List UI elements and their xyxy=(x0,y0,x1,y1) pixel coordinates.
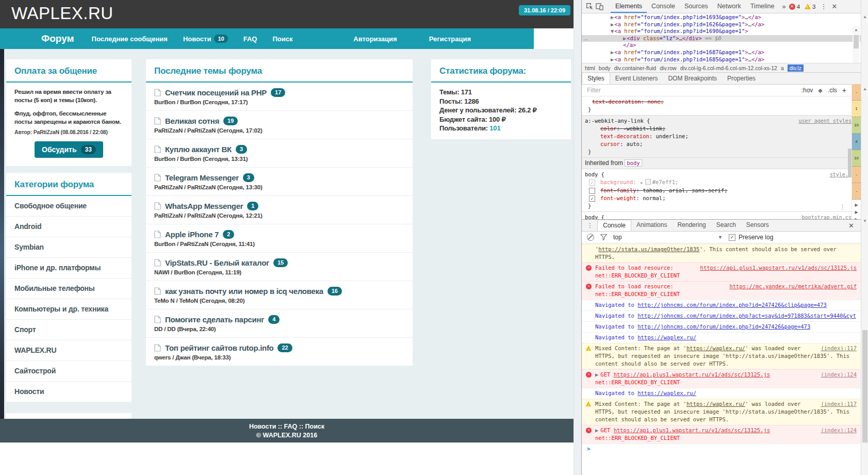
console-source-link[interactable]: (index):124 xyxy=(821,427,857,434)
topic-title[interactable]: VipStats.RU - Белый каталог xyxy=(165,258,269,267)
topic-row[interactable]: VipStats.RU - Белый каталог15NAWI / BurB… xyxy=(146,252,413,281)
nav-item-FAQ[interactable]: FAQ xyxy=(243,35,257,43)
sidebar-tab-styles[interactable]: Styles xyxy=(582,73,610,84)
topic-row[interactable]: Apple iPhone 72BurBon / PaRtiZzaN (Сегод… xyxy=(146,224,413,252)
close-devtools-icon[interactable]: ✕ xyxy=(832,3,838,10)
stats-value[interactable]: 101 xyxy=(489,124,500,132)
error-count-badge[interactable]: ✕ 4 xyxy=(789,4,800,10)
declaration-checkbox[interactable]: ✓ xyxy=(589,195,595,202)
breadcrumb-item[interactable]: a xyxy=(781,65,784,71)
category-item[interactable]: Компьютеры и др. техника xyxy=(6,299,132,319)
nav-item-Регистрация[interactable]: Регистрация xyxy=(429,35,471,43)
scrollbar-thumb[interactable] xyxy=(854,35,859,48)
console-link[interactable]: http://stata.us/imageOther/1835 xyxy=(598,246,699,252)
category-item[interactable]: Мобильные телефоны xyxy=(6,278,132,299)
topic-row[interactable]: Помогите сделать парсинг4DD / DD (Вчера,… xyxy=(146,309,413,337)
drawer-tab-console[interactable]: Console xyxy=(597,220,631,231)
sidebar-tab-properties[interactable]: Properties xyxy=(722,73,761,84)
dom-node-line[interactable]: ▼<a href="forum/index.php?id=1690&page=1… xyxy=(582,28,868,35)
drawer-tab-rendering[interactable]: Rendering xyxy=(672,220,711,231)
console-link[interactable]: http://johncms.com/forum/index.php?act=s… xyxy=(637,313,856,319)
pseudo-state-icon[interactable]: ◆ xyxy=(818,87,822,94)
topic-title[interactable]: Топ рейтинг сайтов rutop.info xyxy=(165,343,273,352)
console-source-link[interactable]: (index):117 xyxy=(821,400,857,408)
preserve-log-checkbox[interactable]: ✓ xyxy=(729,234,735,241)
more-tabs-icon[interactable]: » xyxy=(779,3,789,10)
dom-node-line[interactable]: …▶<div class="lz">…</div> == $0 xyxy=(582,35,868,42)
new-style-rule-icon[interactable]: + xyxy=(842,86,846,94)
declaration-checkbox[interactable] xyxy=(589,188,595,194)
tab-network[interactable]: Network xyxy=(713,0,746,13)
topic-title[interactable]: Куплю аккаунт ВК xyxy=(165,145,232,154)
tab-timeline[interactable]: Timeline xyxy=(746,0,779,13)
dom-node-line[interactable]: ▶<a href="forum/index.php?id=1685&page=1… xyxy=(582,56,868,63)
nav-item-Форум[interactable]: Форум xyxy=(41,33,74,44)
topic-title[interactable]: WhatsApp Messenger xyxy=(165,202,243,210)
sidebar-tab-event-listeners[interactable]: Event Listeners xyxy=(610,73,663,84)
category-item[interactable]: Android xyxy=(6,216,132,237)
topic-row[interactable]: Счетчик посещений на PHP17BurBon / BurBo… xyxy=(146,83,413,110)
breadcrumb-item[interactable]: div.lz xyxy=(788,64,804,72)
drawer-tab-search[interactable]: Search xyxy=(711,220,741,231)
category-item[interactable]: Спорт xyxy=(6,319,132,340)
category-item[interactable]: iPhone и др. платформы xyxy=(6,257,132,278)
drawer-tab-animations[interactable]: Animations xyxy=(631,220,672,231)
declaration-checkbox[interactable]: ✓ xyxy=(589,179,595,186)
scroll-up-icon[interactable]: ▲ xyxy=(863,87,867,91)
topic-row[interactable]: Куплю аккаунт ВК3BurBon / BurBon (Сегодн… xyxy=(146,139,413,167)
css-declaration[interactable]: color: -webkit-link; xyxy=(585,125,847,133)
disclosure-arrow-icon[interactable]: ▶ xyxy=(595,371,598,378)
elements-scrollbar[interactable]: ▲ xyxy=(853,26,860,63)
topic-row[interactable]: как узнать почту или номер в icq человек… xyxy=(146,281,413,309)
console-link[interactable]: https://waplex.ru/ xyxy=(686,401,745,407)
nav-item-Последние сообщения[interactable]: Последние сообщения xyxy=(92,35,168,43)
failed-request-link[interactable]: https://mc.yandex.ru/metrika/advert.gif xyxy=(729,283,857,290)
scroll-up-icon[interactable]: ▲ xyxy=(853,26,860,34)
devtools-scrollbar[interactable]: ▲ ▲ ▼ xyxy=(861,0,868,475)
css-declaration[interactable]: text-decoration: underline; xyxy=(585,133,847,140)
node-options-icon[interactable]: … xyxy=(584,35,587,42)
css-declaration[interactable]: ✓background: ▶#e7eff1; xyxy=(585,178,847,187)
breadcrumb-item[interactable]: div.row xyxy=(660,65,676,71)
execution-context-selector[interactable]: top ▼ xyxy=(613,234,723,241)
overflow-menu-icon[interactable]: ⋮ xyxy=(821,3,827,10)
disclosure-arrow-icon[interactable]: ▶ xyxy=(611,56,614,62)
warning-count-badge[interactable]: ! 3 xyxy=(805,4,815,10)
console-link[interactable]: https://waplex.ru/ xyxy=(686,345,745,351)
device-toolbar-icon[interactable] xyxy=(596,2,603,11)
css-declaration[interactable]: cursor: auto; xyxy=(585,140,847,148)
shorthand-expand-icon[interactable]: ▶ xyxy=(641,181,643,185)
dom-node-line[interactable]: ▶<a href="forum/index.php?id=1687&page=1… xyxy=(582,49,868,56)
inspect-element-icon[interactable] xyxy=(586,2,594,11)
breadcrumb-item[interactable]: body xyxy=(599,65,611,71)
failed-request-link[interactable]: https://api.plus1.wapstart.ru/v1/ads/sc/… xyxy=(700,264,857,272)
css-declaration[interactable]: ✓font-weight: normal; xyxy=(585,194,847,202)
topic-title[interactable]: Apple iPhone 7 xyxy=(165,230,219,239)
disclosure-arrow-icon[interactable]: ▶ xyxy=(595,427,598,433)
breadcrumb-item[interactable]: div.col-lg-6.col-md-6.col-sm-12.col-xs-1… xyxy=(680,65,777,71)
drawer-menu-icon[interactable]: ⋮ xyxy=(587,222,593,229)
site-logo[interactable]: WAPLEX.RU xyxy=(11,4,113,23)
styles-filter-input[interactable] xyxy=(586,86,691,94)
topic-title[interactable]: Telegram Messenger xyxy=(165,173,239,182)
discuss-button[interactable]: Обсудить 33 xyxy=(35,141,103,158)
topic-row[interactable]: WhatsApp Messenger1PaRtiZzaN / PaRtiZzaN… xyxy=(146,195,413,224)
scroll-up-icon[interactable]: ▲ xyxy=(863,14,867,19)
preserve-log-toggle[interactable]: ✓ Preserve log xyxy=(729,234,773,241)
disclosure-arrow-icon[interactable]: ▼ xyxy=(611,28,614,34)
disclosure-arrow-icon[interactable]: ▶ xyxy=(623,35,626,41)
element-classes-button[interactable]: .cls xyxy=(828,87,837,94)
dom-node-line[interactable]: </a> xyxy=(582,42,868,49)
close-drawer-icon[interactable]: ✕ xyxy=(848,222,854,230)
console-source-link[interactable]: (index):117 xyxy=(821,345,857,352)
nav-item-Новости[interactable]: Новости10 xyxy=(183,35,228,43)
css-declaration[interactable]: font-family: tahoma, arial, sans-serif; xyxy=(585,187,847,194)
page-scrollbar[interactable] xyxy=(574,0,581,475)
category-item[interactable]: Сайтострой xyxy=(6,361,132,381)
sidebar-tab-dom-breakpoints[interactable]: DOM Breakpoints xyxy=(663,73,722,84)
disclosure-arrow-icon[interactable]: ▶ xyxy=(611,21,614,27)
console-link[interactable]: https://api.plus1.wapstart.ru/v1/ads/sc/… xyxy=(614,427,770,433)
rule-overflow-icon[interactable]: ⋮ xyxy=(840,203,845,211)
disclosure-arrow-icon[interactable]: ▶ xyxy=(611,14,614,20)
breadcrumb-item[interactable]: html xyxy=(585,65,595,71)
